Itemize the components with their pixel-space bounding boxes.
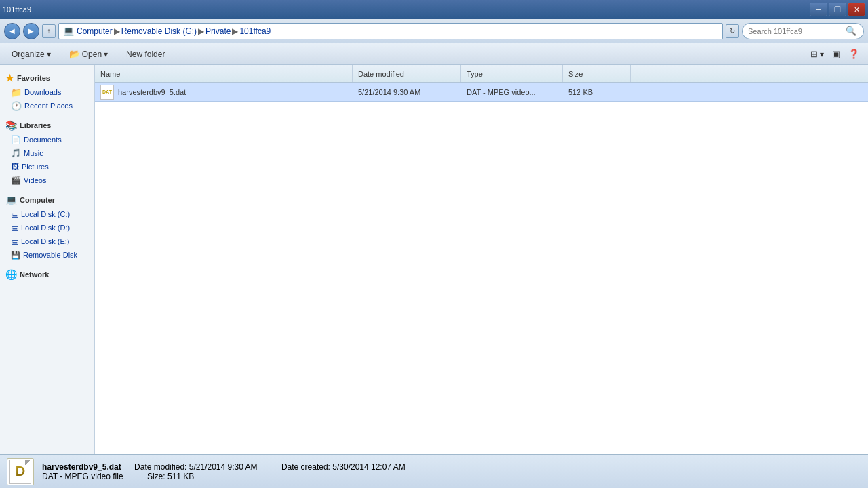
open-icon: 📂 bbox=[69, 49, 80, 59]
forward-button[interactable]: ▶ bbox=[23, 23, 39, 39]
music-icon: 🎵 bbox=[11, 148, 21, 158]
search-box[interactable]: 🔍 bbox=[742, 23, 864, 39]
table-row[interactable]: DAT harvesterdbv9_5.dat 5/21/2014 9:30 A… bbox=[95, 83, 868, 102]
documents-icon: 📄 bbox=[11, 135, 21, 144]
new-folder-button[interactable]: New folder bbox=[120, 45, 171, 63]
organize-button[interactable]: Organize ▾ bbox=[5, 45, 57, 63]
hdd-c-icon: 🖴 bbox=[11, 210, 18, 218]
network-header[interactable]: 🌐 Network bbox=[0, 267, 94, 282]
up-button[interactable]: ↑ bbox=[42, 24, 56, 38]
recent-icon: 🕐 bbox=[11, 101, 22, 111]
removable-icon: 💾 bbox=[11, 251, 20, 260]
sidebar: ★ Favorites 📁 Downloads 🕐 Recent Places … bbox=[0, 65, 95, 454]
hdd-d-icon: 🖴 bbox=[11, 224, 18, 232]
help-icon: ❓ bbox=[848, 49, 859, 59]
computer-icon: 💻 bbox=[5, 195, 17, 205]
sidebar-item-downloads[interactable]: 📁 Downloads bbox=[0, 85, 94, 99]
computer-header[interactable]: 💻 Computer bbox=[0, 192, 94, 207]
file-type-cell: DAT - MPEG video... bbox=[461, 88, 563, 96]
libraries-section: 📚 Libraries 📄 Documents 🎵 Music 🖼 Pictur… bbox=[0, 118, 94, 187]
sidebar-item-recent-places[interactable]: 🕐 Recent Places bbox=[0, 99, 94, 113]
folder-icon: 📁 bbox=[11, 87, 22, 98]
status-size-value: 511 KB bbox=[167, 472, 194, 481]
pictures-icon: 🖼 bbox=[11, 162, 19, 171]
computer-section: 💻 Computer 🖴 Local Disk (C:) 🖴 Local Dis… bbox=[0, 192, 94, 262]
restore-button[interactable]: ❐ bbox=[829, 3, 846, 16]
window-title: 101ffca9 bbox=[3, 5, 31, 14]
sidebar-item-music[interactable]: 🎵 Music bbox=[0, 146, 94, 160]
status-created-value: 5/30/2014 12:07 AM bbox=[332, 462, 405, 472]
status-file-info: harvesterdbv9_5.dat Date modified: 5/21/… bbox=[42, 462, 406, 481]
search-icon: 🔍 bbox=[846, 26, 856, 36]
view-icon: ⊞ bbox=[810, 49, 818, 59]
toolbar-separator-2 bbox=[117, 47, 117, 61]
sidebar-item-videos[interactable]: 🎬 Videos bbox=[0, 174, 94, 187]
search-input[interactable] bbox=[748, 27, 843, 35]
sidebar-item-local-d[interactable]: 🖴 Local Disk (D:) bbox=[0, 221, 94, 235]
library-icon: 📚 bbox=[5, 120, 17, 131]
hdd-e-icon: 🖴 bbox=[11, 237, 18, 245]
title-bar: 101ffca9 bbox=[3, 5, 31, 14]
path-computer[interactable]: Computer bbox=[77, 26, 113, 36]
open-button[interactable]: 📂 Open ▾ bbox=[63, 45, 114, 63]
toolbar-separator-1 bbox=[60, 47, 60, 61]
path-folder2[interactable]: 101ffca9 bbox=[239, 26, 271, 36]
file-list-area: Name Date modified Type Size DAT harvest… bbox=[95, 65, 868, 454]
status-file-type: DAT - MPEG video file bbox=[42, 472, 123, 481]
file-date-cell: 5/21/2014 9:30 AM bbox=[353, 88, 461, 96]
sidebar-item-documents[interactable]: 📄 Documents bbox=[0, 133, 94, 146]
file-size-cell: 512 KB bbox=[563, 88, 631, 96]
refresh-button[interactable]: ↻ bbox=[726, 24, 739, 38]
close-button[interactable]: ✕ bbox=[848, 3, 865, 16]
file-name-cell: DAT harvesterdbv9_5.dat bbox=[95, 85, 353, 100]
status-created-label: Date created: bbox=[281, 462, 330, 472]
col-header-name[interactable]: Name bbox=[95, 65, 353, 82]
status-filename: harvesterdbv9_5.dat bbox=[42, 462, 121, 472]
path-folder1[interactable]: Private bbox=[205, 26, 231, 36]
status-date-value: 5/21/2014 9:30 AM bbox=[189, 462, 258, 472]
path-drive[interactable]: Removable Disk (G:) bbox=[121, 26, 197, 36]
star-icon: ★ bbox=[5, 73, 14, 83]
address-path[interactable]: 💻 Computer ▶ Removable Disk (G:) ▶ Priva… bbox=[58, 23, 723, 39]
view-options-button[interactable]: ⊞ ▾ bbox=[807, 45, 827, 63]
network-section: 🌐 Network bbox=[0, 267, 94, 282]
libraries-header[interactable]: 📚 Libraries bbox=[0, 118, 94, 133]
favorites-section: ★ Favorites 📁 Downloads 🕐 Recent Places bbox=[0, 70, 94, 113]
status-date-label: Date modified: bbox=[134, 462, 186, 472]
status-file-icon: D bbox=[7, 458, 34, 485]
preview-icon: ▣ bbox=[832, 49, 840, 59]
help-button[interactable]: ❓ bbox=[845, 45, 863, 63]
sidebar-item-local-c[interactable]: 🖴 Local Disk (C:) bbox=[0, 207, 94, 221]
col-header-type[interactable]: Type bbox=[461, 65, 563, 82]
preview-pane-button[interactable]: ▣ bbox=[829, 45, 844, 63]
network-icon: 🌐 bbox=[5, 269, 17, 280]
minimize-button[interactable]: ─ bbox=[810, 3, 827, 16]
file-icon: DAT bbox=[100, 85, 114, 100]
status-size-label: Size: bbox=[147, 472, 165, 481]
file-list-header: Name Date modified Type Size bbox=[95, 65, 868, 83]
favorites-header[interactable]: ★ Favorites bbox=[0, 70, 94, 85]
col-header-date[interactable]: Date modified bbox=[353, 65, 461, 82]
col-header-size[interactable]: Size bbox=[563, 65, 631, 82]
sidebar-item-pictures[interactable]: 🖼 Pictures bbox=[0, 160, 94, 174]
sidebar-item-removable[interactable]: 💾 Removable Disk bbox=[0, 248, 94, 262]
videos-icon: 🎬 bbox=[11, 176, 21, 185]
sidebar-item-local-e[interactable]: 🖴 Local Disk (E:) bbox=[0, 235, 94, 248]
back-button[interactable]: ◀ bbox=[4, 23, 20, 39]
